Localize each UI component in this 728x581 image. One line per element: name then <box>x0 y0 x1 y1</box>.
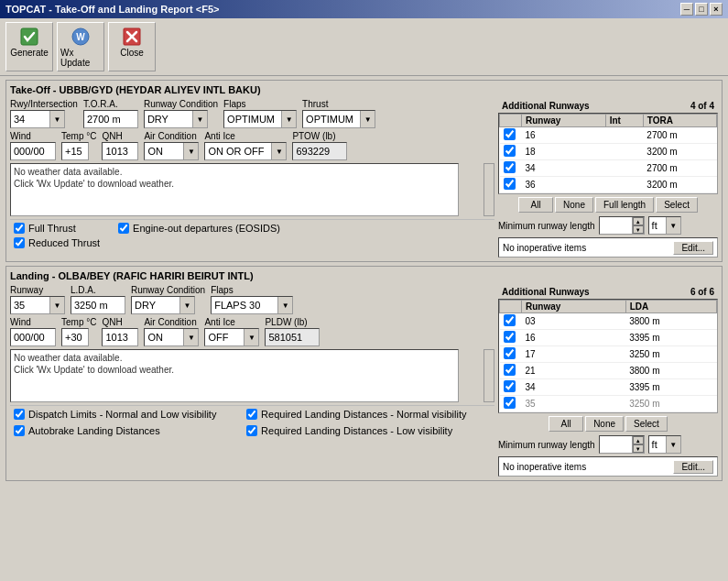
flaps-arrow[interactable]: ▼ <box>281 111 296 127</box>
l-ar-row-check[interactable] <box>500 330 522 346</box>
ar-checkbox[interactable] <box>504 145 516 157</box>
l-runway-condition-label: Runway Condition <box>131 285 205 295</box>
l-runway-condition-dropdown[interactable]: DRY ▼ <box>131 296 195 314</box>
ar-none-button[interactable]: None <box>555 197 593 213</box>
runway-condition-arrow[interactable]: ▼ <box>192 111 207 127</box>
l-air-condition-dropdown[interactable]: ON ▼ <box>144 328 199 346</box>
l-ar-th-check <box>500 301 522 313</box>
l-ar-all-button[interactable]: All <box>549 416 583 432</box>
l-ar-checkbox[interactable] <box>504 347 516 359</box>
l-ar-row-check[interactable] <box>500 396 522 412</box>
ar-row-check[interactable] <box>500 127 522 144</box>
generate-button[interactable]: Generate <box>5 22 53 71</box>
l-cb2-row: Autobrake Landing Distances <box>14 425 243 436</box>
runway-condition-dropdown[interactable]: DRY ▼ <box>144 110 208 128</box>
reduced-thrust-label: Reduced Thrust <box>28 237 100 248</box>
l-ar-table: Runway LDA 03 3800 m 16 3395 m 17 3250 m… <box>499 300 717 412</box>
landing-options: Dispatch Limits - Normal and Low visibil… <box>10 405 494 441</box>
l-ar-checkbox[interactable] <box>504 364 516 376</box>
ar-select-button[interactable]: Select <box>656 197 698 213</box>
ar-row-check[interactable] <box>500 144 522 160</box>
l-air-condition-arrow[interactable]: ▼ <box>183 329 198 345</box>
reduced-thrust-checkbox[interactable] <box>14 237 25 248</box>
ar-checkbox[interactable] <box>504 161 516 173</box>
maximize-button[interactable]: □ <box>695 3 708 16</box>
anti-ice-dropdown[interactable]: ON OR OFF ▼ <box>204 142 287 160</box>
thrust-arrow[interactable]: ▼ <box>360 111 375 127</box>
wx-update-button[interactable]: W Wx Update <box>57 22 104 71</box>
l-min-runway-value[interactable] <box>600 444 632 445</box>
ar-all-button[interactable]: All <box>518 197 553 213</box>
ar-checkbox[interactable] <box>504 178 516 190</box>
l-ar-checkbox[interactable] <box>504 314 516 326</box>
rwy-dropdown[interactable]: 34 ▼ <box>10 110 65 128</box>
l-spinner-down[interactable]: ▼ <box>633 444 644 453</box>
l-ar-row-check[interactable] <box>500 379 522 396</box>
l-pldw-group: PLDW (lb) 581051 <box>265 317 320 346</box>
l-anti-ice-arrow[interactable]: ▼ <box>244 329 258 345</box>
l-anti-ice-dropdown[interactable]: OFF ▼ <box>204 328 259 346</box>
unit-dropdown[interactable]: ft ▼ <box>648 216 681 235</box>
l-spinner-up[interactable]: ▲ <box>633 436 644 444</box>
landing-row1: Runway 35 ▼ L.D.A. 3250 m Runway Conditi… <box>10 285 494 314</box>
l-unit-arrow[interactable]: ▼ <box>666 436 680 453</box>
l-rwy-arrow[interactable]: ▼ <box>49 297 64 313</box>
l-weather-scrollbar[interactable] <box>484 349 494 402</box>
spinner-down[interactable]: ▼ <box>633 225 644 234</box>
spinner-up[interactable]: ▲ <box>633 217 644 225</box>
ar-full-length-button[interactable]: Full length <box>595 197 654 213</box>
l-edit-button[interactable]: Edit... <box>673 460 713 474</box>
weather-area: No weather data available. Click 'Wx Upd… <box>10 163 494 216</box>
min-runway-row: Minimum runway length ▲ ▼ ft ▼ <box>498 216 718 235</box>
ar-row-check[interactable] <box>500 160 522 177</box>
l-anti-ice-group: Anti Ice OFF ▼ <box>204 317 259 346</box>
generate-icon <box>18 26 40 48</box>
flaps-label: Flaps <box>223 99 297 109</box>
unit-arrow[interactable]: ▼ <box>666 217 680 234</box>
l-unit-dropdown[interactable]: ft ▼ <box>648 435 681 454</box>
l-rwy-dropdown[interactable]: 35 ▼ <box>10 296 65 314</box>
l-ar-row-check[interactable] <box>500 346 522 363</box>
l-ar-row-check[interactable] <box>500 363 522 379</box>
wind-label: Wind <box>10 131 56 141</box>
ar-th-check <box>500 115 522 127</box>
l-runway-condition-arrow[interactable]: ▼ <box>179 297 194 313</box>
l-cb2-checkbox[interactable] <box>14 425 25 436</box>
close-button[interactable]: Close <box>108 22 156 71</box>
flaps-dropdown[interactable]: OPTIMUM ▼ <box>223 110 297 128</box>
full-thrust-row: Full Thrust <box>14 223 100 234</box>
ar-checkbox[interactable] <box>504 128 516 140</box>
l-cb4-checkbox[interactable] <box>246 425 257 436</box>
rwy-arrow[interactable]: ▼ <box>49 111 64 127</box>
l-ar-none-button[interactable]: None <box>585 416 624 432</box>
l-ar-checkbox[interactable] <box>504 380 516 392</box>
ar-title: Additional Runways <box>502 101 590 111</box>
takeoff-section: Take-Off - UBBB/GYD (HEYDAR ALIYEV INTL … <box>5 80 723 262</box>
ar-row-check[interactable] <box>500 177 522 193</box>
l-flaps-arrow[interactable]: ▼ <box>277 297 292 313</box>
l-flaps-dropdown[interactable]: FLAPS 30 ▼ <box>211 296 293 314</box>
engine-out-checkbox[interactable] <box>118 223 129 234</box>
air-condition-arrow[interactable]: ▼ <box>183 143 198 159</box>
takeoff-right: Additional Runways 4 of 4 Runway Int TOR… <box>498 99 718 258</box>
air-condition-dropdown[interactable]: ON ▼ <box>144 142 199 160</box>
min-runway-spinner[interactable]: ▲ ▼ <box>599 216 645 235</box>
l-cb1-checkbox[interactable] <box>14 409 25 420</box>
l-cb3-checkbox[interactable] <box>246 409 257 420</box>
l-min-runway-spinner[interactable]: ▲ ▼ <box>599 435 645 454</box>
min-runway-value[interactable] <box>600 225 632 226</box>
l-ar-checkbox[interactable] <box>504 397 516 409</box>
l-ar-row-check[interactable] <box>500 313 522 330</box>
l-ar-checkbox[interactable] <box>504 331 516 343</box>
thrust-field-group: Thrust OPTIMUM ▼ <box>302 99 375 128</box>
anti-ice-arrow[interactable]: ▼ <box>271 143 286 159</box>
l-ar-select-button[interactable]: Select <box>625 416 668 432</box>
close-window-button[interactable]: × <box>710 3 723 16</box>
thrust-dropdown[interactable]: OPTIMUM ▼ <box>302 110 375 128</box>
l-ar-row-runway: 21 <box>522 363 626 379</box>
unit-value: ft <box>649 219 666 232</box>
minimize-button[interactable]: ─ <box>680 3 693 16</box>
full-thrust-checkbox[interactable] <box>14 223 25 234</box>
edit-button[interactable]: Edit... <box>673 241 713 255</box>
weather-scrollbar[interactable] <box>484 163 494 216</box>
